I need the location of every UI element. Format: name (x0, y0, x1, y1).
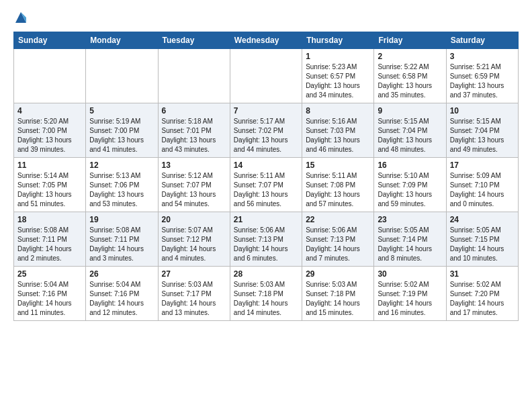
calendar-cell: 7Sunrise: 5:17 AM Sunset: 7:02 PM Daylig… (230, 103, 302, 158)
calendar-week-row: 25Sunrise: 5:04 AM Sunset: 7:16 PM Dayli… (14, 267, 519, 321)
calendar-week-row: 1Sunrise: 5:23 AM Sunset: 6:57 PM Daylig… (14, 49, 519, 103)
day-info: Sunrise: 5:17 AM Sunset: 7:02 PM Dayligh… (234, 117, 298, 154)
header (13, 11, 519, 24)
calendar-cell: 16Sunrise: 5:10 AM Sunset: 7:09 PM Dayli… (374, 158, 446, 212)
day-number: 1 (306, 52, 370, 61)
day-number: 18 (17, 215, 82, 224)
calendar-cell: 3Sunrise: 5:21 AM Sunset: 6:59 PM Daylig… (446, 49, 518, 103)
calendar-cell: 17Sunrise: 5:09 AM Sunset: 7:10 PM Dayli… (446, 158, 518, 212)
calendar-cell: 12Sunrise: 5:13 AM Sunset: 7:06 PM Dayli… (86, 158, 158, 212)
day-number: 11 (17, 161, 82, 170)
calendar-cell: 22Sunrise: 5:06 AM Sunset: 7:13 PM Dayli… (302, 212, 374, 267)
day-info: Sunrise: 5:05 AM Sunset: 7:14 PM Dayligh… (378, 226, 442, 263)
calendar-cell: 27Sunrise: 5:03 AM Sunset: 7:17 PM Dayli… (158, 267, 230, 321)
calendar-cell (14, 49, 86, 103)
day-info: Sunrise: 5:06 AM Sunset: 7:13 PM Dayligh… (306, 226, 370, 263)
calendar-cell: 28Sunrise: 5:03 AM Sunset: 7:18 PM Dayli… (230, 267, 302, 321)
day-info: Sunrise: 5:05 AM Sunset: 7:15 PM Dayligh… (450, 226, 515, 263)
calendar-cell: 4Sunrise: 5:20 AM Sunset: 7:00 PM Daylig… (14, 103, 86, 158)
day-number: 14 (234, 161, 298, 170)
calendar-cell: 8Sunrise: 5:16 AM Sunset: 7:03 PM Daylig… (302, 103, 374, 158)
day-number: 20 (162, 215, 226, 224)
calendar-cell: 1Sunrise: 5:23 AM Sunset: 6:57 PM Daylig… (302, 49, 374, 103)
calendar-header-row: SundayMondayTuesdayWednesdayThursdayFrid… (14, 32, 519, 49)
day-number: 9 (378, 106, 442, 116)
day-number: 19 (89, 215, 154, 224)
calendar-cell (86, 49, 158, 103)
day-info: Sunrise: 5:04 AM Sunset: 7:16 PM Dayligh… (17, 280, 82, 318)
day-number: 8 (306, 106, 370, 116)
day-number: 21 (234, 215, 298, 224)
calendar-cell: 18Sunrise: 5:08 AM Sunset: 7:11 PM Dayli… (14, 212, 86, 267)
day-info: Sunrise: 5:13 AM Sunset: 7:06 PM Dayligh… (89, 171, 154, 209)
calendar-cell: 26Sunrise: 5:04 AM Sunset: 7:16 PM Dayli… (86, 267, 158, 321)
day-number: 28 (234, 269, 298, 279)
day-info: Sunrise: 5:03 AM Sunset: 7:18 PM Dayligh… (306, 280, 370, 318)
calendar-cell: 5Sunrise: 5:19 AM Sunset: 7:00 PM Daylig… (86, 103, 158, 158)
day-info: Sunrise: 5:15 AM Sunset: 7:04 PM Dayligh… (378, 117, 442, 154)
day-info: Sunrise: 5:08 AM Sunset: 7:11 PM Dayligh… (17, 226, 82, 263)
day-info: Sunrise: 5:08 AM Sunset: 7:11 PM Dayligh… (89, 226, 154, 263)
calendar-cell: 30Sunrise: 5:02 AM Sunset: 7:19 PM Dayli… (374, 267, 446, 321)
calendar-cell: 25Sunrise: 5:04 AM Sunset: 7:16 PM Dayli… (14, 267, 86, 321)
day-number: 2 (378, 52, 442, 61)
day-info: Sunrise: 5:07 AM Sunset: 7:12 PM Dayligh… (162, 226, 226, 263)
day-info: Sunrise: 5:11 AM Sunset: 7:07 PM Dayligh… (234, 171, 298, 209)
day-info: Sunrise: 5:03 AM Sunset: 7:18 PM Dayligh… (234, 280, 298, 318)
page: SundayMondayTuesdayWednesdayThursdayFrid… (0, 0, 532, 334)
day-number: 26 (89, 269, 154, 279)
day-number: 27 (162, 269, 226, 279)
day-number: 10 (450, 106, 515, 116)
day-info: Sunrise: 5:23 AM Sunset: 6:57 PM Dayligh… (306, 62, 370, 100)
day-number: 15 (306, 161, 370, 170)
day-number: 12 (89, 161, 154, 170)
calendar-table: SundayMondayTuesdayWednesdayThursdayFrid… (13, 32, 519, 321)
day-info: Sunrise: 5:22 AM Sunset: 6:58 PM Dayligh… (378, 62, 442, 100)
day-number: 30 (378, 269, 442, 279)
day-info: Sunrise: 5:16 AM Sunset: 7:03 PM Dayligh… (306, 117, 370, 154)
day-info: Sunrise: 5:02 AM Sunset: 7:20 PM Dayligh… (450, 280, 515, 318)
day-info: Sunrise: 5:04 AM Sunset: 7:16 PM Dayligh… (89, 280, 154, 318)
day-header-monday: Monday (86, 32, 158, 49)
day-number: 22 (306, 215, 370, 224)
day-number: 23 (378, 215, 442, 224)
day-info: Sunrise: 5:09 AM Sunset: 7:10 PM Dayligh… (450, 171, 515, 209)
day-number: 4 (17, 106, 82, 116)
calendar-cell: 9Sunrise: 5:15 AM Sunset: 7:04 PM Daylig… (374, 103, 446, 158)
day-info: Sunrise: 5:10 AM Sunset: 7:09 PM Dayligh… (378, 171, 442, 209)
calendar-cell: 31Sunrise: 5:02 AM Sunset: 7:20 PM Dayli… (446, 267, 518, 321)
calendar-cell: 2Sunrise: 5:22 AM Sunset: 6:58 PM Daylig… (374, 49, 446, 103)
day-info: Sunrise: 5:15 AM Sunset: 7:04 PM Dayligh… (450, 117, 515, 154)
calendar-week-row: 11Sunrise: 5:14 AM Sunset: 7:05 PM Dayli… (14, 158, 519, 212)
calendar-cell: 11Sunrise: 5:14 AM Sunset: 7:05 PM Dayli… (14, 158, 86, 212)
calendar-cell: 29Sunrise: 5:03 AM Sunset: 7:18 PM Dayli… (302, 267, 374, 321)
calendar-cell: 13Sunrise: 5:12 AM Sunset: 7:07 PM Dayli… (158, 158, 230, 212)
day-info: Sunrise: 5:18 AM Sunset: 7:01 PM Dayligh… (162, 117, 226, 154)
logo (13, 11, 28, 24)
day-header-wednesday: Wednesday (230, 32, 302, 49)
calendar-cell: 24Sunrise: 5:05 AM Sunset: 7:15 PM Dayli… (446, 212, 518, 267)
day-info: Sunrise: 5:03 AM Sunset: 7:17 PM Dayligh… (162, 280, 226, 318)
day-header-friday: Friday (374, 32, 446, 49)
calendar-week-row: 18Sunrise: 5:08 AM Sunset: 7:11 PM Dayli… (14, 212, 519, 267)
calendar-cell: 6Sunrise: 5:18 AM Sunset: 7:01 PM Daylig… (158, 103, 230, 158)
day-info: Sunrise: 5:12 AM Sunset: 7:07 PM Dayligh… (162, 171, 226, 209)
calendar-cell (230, 49, 302, 103)
calendar-cell: 15Sunrise: 5:11 AM Sunset: 7:08 PM Dayli… (302, 158, 374, 212)
day-number: 3 (450, 52, 515, 61)
day-number: 16 (378, 161, 442, 170)
calendar-cell: 10Sunrise: 5:15 AM Sunset: 7:04 PM Dayli… (446, 103, 518, 158)
day-info: Sunrise: 5:14 AM Sunset: 7:05 PM Dayligh… (17, 171, 82, 209)
day-info: Sunrise: 5:02 AM Sunset: 7:19 PM Dayligh… (378, 280, 442, 318)
calendar-cell: 14Sunrise: 5:11 AM Sunset: 7:07 PM Dayli… (230, 158, 302, 212)
calendar-week-row: 4Sunrise: 5:20 AM Sunset: 7:00 PM Daylig… (14, 103, 519, 158)
calendar-cell: 21Sunrise: 5:06 AM Sunset: 7:13 PM Dayli… (230, 212, 302, 267)
day-number: 31 (450, 269, 515, 279)
day-header-sunday: Sunday (14, 32, 86, 49)
day-number: 25 (17, 269, 82, 279)
day-header-thursday: Thursday (302, 32, 374, 49)
day-info: Sunrise: 5:06 AM Sunset: 7:13 PM Dayligh… (234, 226, 298, 263)
day-info: Sunrise: 5:11 AM Sunset: 7:08 PM Dayligh… (306, 171, 370, 209)
day-info: Sunrise: 5:20 AM Sunset: 7:00 PM Dayligh… (17, 117, 82, 154)
day-number: 5 (89, 106, 154, 116)
